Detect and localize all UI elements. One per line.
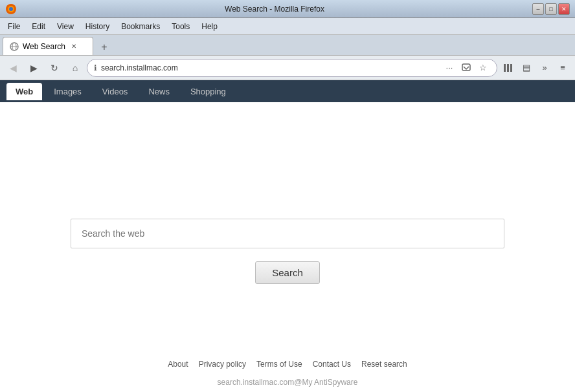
title-bar-left <box>5 3 17 15</box>
footer-terms[interactable]: Terms of Use <box>256 360 302 369</box>
menu-bar: File Edit View History Bookmarks Tools H… <box>0 18 575 35</box>
search-button[interactable]: Search <box>255 261 320 284</box>
nav-bar: ◀ ▶ ↻ ⌂ ℹ search.installmac.com ··· ☆ <box>0 56 575 80</box>
window-title: Web Search - Mozilla Firefox <box>17 5 532 14</box>
menu-edit[interactable]: Edit <box>27 20 51 33</box>
menu-view[interactable]: View <box>52 20 79 33</box>
overflow-button[interactable]: » <box>536 60 553 76</box>
url-bar[interactable]: ℹ search.installmac.com ··· ☆ <box>87 59 497 77</box>
window-controls: – □ ✕ <box>532 3 570 15</box>
new-tab-button[interactable]: + <box>96 39 113 55</box>
footer-contact[interactable]: Contact Us <box>313 360 351 369</box>
tab-news[interactable]: News <box>139 83 179 100</box>
watermark: search.installmac.com@My AntiSpyware <box>0 378 575 387</box>
tab-close-button[interactable]: ✕ <box>69 42 78 51</box>
home-button[interactable]: ⌂ <box>66 59 84 77</box>
more-actions-button[interactable]: ··· <box>442 61 457 75</box>
tab-label: Web Search <box>23 42 65 51</box>
tab-shopping[interactable]: Shopping <box>181 83 235 100</box>
menu-bookmarks[interactable]: Bookmarks <box>116 20 165 33</box>
tab-site-icon <box>10 42 19 51</box>
tab-bar: Web Search ✕ + <box>0 35 575 56</box>
search-box-container: Search <box>71 219 504 284</box>
menu-history[interactable]: History <box>80 20 115 33</box>
menu-button[interactable]: ≡ <box>554 60 571 76</box>
info-icon: ℹ <box>94 63 97 72</box>
tab-videos[interactable]: Videos <box>93 83 137 100</box>
svg-point-2 <box>9 7 13 11</box>
main-content: Search <box>0 102 575 374</box>
search-input[interactable] <box>71 219 504 248</box>
back-button[interactable]: ◀ <box>4 59 22 77</box>
maximize-button[interactable]: □ <box>545 3 557 15</box>
library-button[interactable] <box>500 60 517 76</box>
minimize-button[interactable]: – <box>532 3 544 15</box>
url-actions: ··· ☆ <box>442 61 490 75</box>
sidebar-button[interactable]: ▤ <box>518 60 535 76</box>
footer: About Privacy policy Terms of Use Contac… <box>0 360 575 369</box>
firefox-logo-icon <box>5 3 17 15</box>
active-tab[interactable]: Web Search ✕ <box>3 37 93 55</box>
tab-web[interactable]: Web <box>6 83 42 100</box>
search-input-wrapper <box>71 219 504 248</box>
svg-rect-8 <box>507 64 509 72</box>
pocket-icon <box>462 63 471 72</box>
search-tab-bar: Web Images Videos News Shopping <box>0 80 575 102</box>
bookmark-button[interactable]: ☆ <box>476 61 490 75</box>
menu-tools[interactable]: Tools <box>166 20 195 33</box>
menu-file[interactable]: File <box>3 20 25 33</box>
footer-reset[interactable]: Reset search <box>361 360 407 369</box>
reload-button[interactable]: ↻ <box>45 59 63 77</box>
footer-privacy[interactable]: Privacy policy <box>199 360 246 369</box>
tab-images[interactable]: Images <box>45 83 91 100</box>
svg-rect-7 <box>504 64 506 72</box>
footer-about[interactable]: About <box>168 360 188 369</box>
library-icon <box>503 63 513 73</box>
svg-rect-9 <box>510 64 512 72</box>
title-bar: Web Search - Mozilla Firefox – □ ✕ <box>0 0 575 18</box>
forward-button[interactable]: ▶ <box>25 59 43 77</box>
url-text: search.installmac.com <box>101 63 438 72</box>
close-button[interactable]: ✕ <box>558 3 570 15</box>
nav-right: ▤ » ≡ <box>500 60 571 76</box>
pocket-button[interactable] <box>459 61 473 75</box>
menu-help[interactable]: Help <box>196 20 223 33</box>
